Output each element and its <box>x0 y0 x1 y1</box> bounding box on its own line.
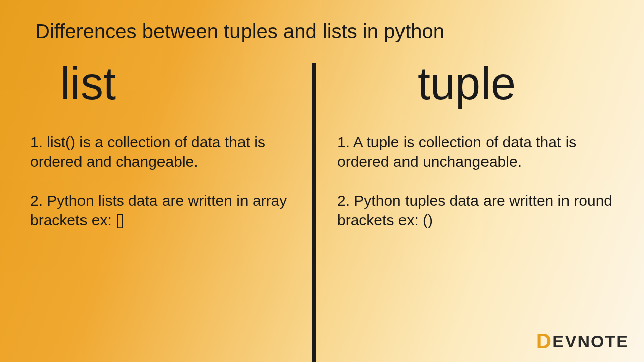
list-point-2: 2. Python lists data are written in arra… <box>30 191 292 230</box>
tuple-point-1: 1. A tuple is collection of data that is… <box>337 132 619 171</box>
tuple-heading: tuple <box>418 58 619 110</box>
tuple-column: tuple 1. A tuple is collection of data t… <box>337 58 619 249</box>
list-heading: list <box>60 58 292 110</box>
list-point-1: 1. list() is a collection of data that i… <box>30 132 292 171</box>
logo-text: EVNOTE <box>552 333 629 350</box>
page-title: Differences between tuples and lists in … <box>35 20 444 43</box>
devnote-logo: D EVNOTE <box>536 331 629 352</box>
vertical-divider <box>312 63 316 362</box>
logo-d-icon: D <box>536 331 551 352</box>
tuple-point-2: 2. Python tuples data are written in rou… <box>337 191 619 230</box>
list-column: list 1. list() is a collection of data t… <box>30 58 292 249</box>
